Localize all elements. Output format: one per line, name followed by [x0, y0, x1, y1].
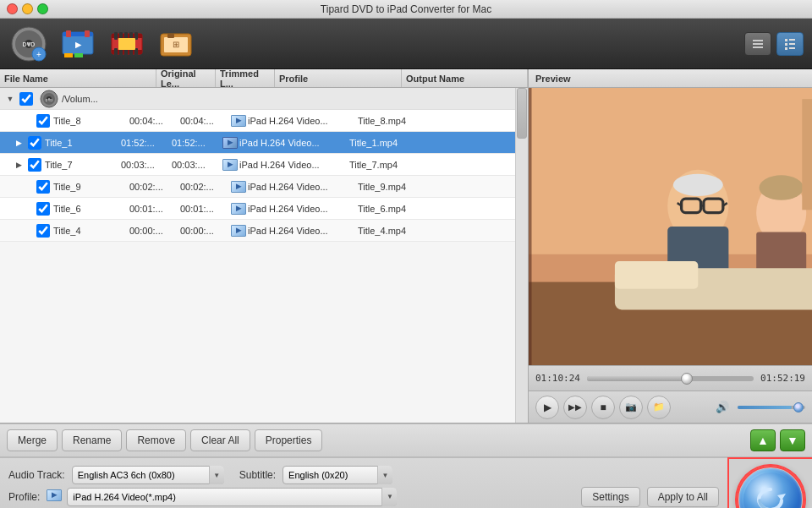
expand-icon-title9 [21, 181, 33, 193]
audio-track-select[interactable]: English AC3 6ch (0x80) [72, 466, 224, 484]
file-row-title8[interactable]: Title_8 00:04:... 00:04:... ▶ iPad H.264… [0, 110, 515, 132]
trim-title9: 00:02:... [180, 182, 231, 192]
file-name-title7: Title_7 [45, 160, 121, 170]
file-row-title9[interactable]: Title_9 00:02:... 00:02:... ▶ iPad H.264… [0, 176, 515, 198]
col-header-orig: Original Le... [156, 69, 216, 87]
toolbar: DVD + ▶ [0, 19, 812, 69]
scrollbar-thumb[interactable] [517, 88, 527, 139]
file-checkbox-title1[interactable] [28, 136, 41, 150]
settings-button[interactable]: Settings [581, 487, 639, 507]
time-current: 01:10:24 [535, 373, 580, 384]
svg-text:DVD: DVD [46, 98, 53, 102]
audio-subtitle-row: Audio Track: English AC3 6ch (0x80) ▼ Su… [8, 466, 719, 484]
trim-title4: 00:00:... [180, 226, 231, 236]
profile-label: Profile: [8, 491, 40, 503]
file-row-title7[interactable]: ▶ Title_7 00:03:... 00:03:... ▶ iPad H.2… [0, 154, 515, 176]
file-checkbox-title6[interactable] [36, 202, 50, 216]
volume-slider[interactable] [738, 406, 805, 409]
subtitle-select[interactable]: English (0x20) [283, 466, 392, 484]
volume-thumb[interactable] [793, 402, 804, 412]
snapshot-button[interactable]: ⊞ [156, 24, 196, 64]
profile-icon-title4: ▶ [231, 225, 248, 237]
properties-button[interactable]: Properties [255, 429, 323, 451]
svg-rect-10 [85, 30, 90, 37]
file-list-rows: ▼ DVD /Volum... [0, 88, 515, 423]
timeline-track[interactable] [587, 376, 754, 381]
orig-title9: 00:02:... [129, 182, 180, 192]
minimize-button[interactable] [22, 3, 33, 14]
bottom-area: Audio Track: English AC3 6ch (0x80) ▼ Su… [0, 457, 812, 508]
profile-select[interactable]: iPad H.264 Video(*.mp4) [67, 488, 397, 506]
profile-row: Profile: ▶ iPad H.264 Video(*.mp4) ▼ Set… [8, 487, 719, 507]
file-checkbox-title8[interactable] [36, 114, 50, 128]
move-up-button[interactable]: ▲ [750, 429, 776, 451]
profile-text-title6: iPad H.264 Video... [248, 204, 358, 214]
apply-to-all-button[interactable]: Apply to All [647, 487, 719, 507]
snapshot-camera-button[interactable]: 📷 [619, 396, 643, 419]
expand-icon-title7[interactable]: ▶ [13, 159, 25, 171]
maximize-button[interactable] [37, 3, 48, 14]
file-row-title4[interactable]: Title_4 00:00:... 00:00:... ▶ iPad H.264… [0, 220, 515, 242]
svg-rect-67 [802, 99, 812, 210]
col-header-output: Output Name [402, 69, 528, 87]
settings-bar: Audio Track: English AC3 6ch (0x80) ▼ Su… [0, 457, 727, 508]
stop-button[interactable]: ■ [591, 396, 615, 419]
svg-rect-49 [529, 88, 532, 365]
open-file-button[interactable]: 📁 [647, 396, 671, 419]
load-dvd-button[interactable]: DVD + [8, 24, 49, 64]
group-checkbox[interactable] [19, 92, 33, 106]
file-checkbox-title9[interactable] [36, 180, 50, 194]
timeline-thumb[interactable] [681, 373, 693, 385]
remove-button[interactable]: Remove [126, 429, 186, 451]
file-checkbox-title7[interactable] [28, 158, 41, 172]
svg-rect-37 [785, 43, 787, 46]
file-list-panel: File Name Original Le... Trimmed L... Pr… [0, 69, 529, 423]
film-button[interactable] [107, 24, 147, 64]
merge-button[interactable]: Merge [7, 429, 58, 451]
move-down-button[interactable]: ▼ [780, 429, 805, 451]
file-list-scrollbar[interactable] [515, 88, 528, 423]
svg-rect-69 [615, 261, 698, 289]
file-name-title6: Title_6 [53, 204, 129, 214]
detail-view-button[interactable] [776, 32, 804, 56]
group-row-dvd[interactable]: ▼ DVD /Volum... [0, 88, 515, 110]
list-view-button[interactable] [744, 32, 771, 56]
svg-rect-27 [118, 38, 135, 50]
dvd-icon: DVD [36, 90, 62, 108]
file-name-title9: Title_9 [53, 182, 129, 192]
svg-rect-34 [753, 46, 763, 48]
profile-icon-title7: ▶ [222, 159, 239, 171]
expand-icon-title6 [21, 203, 33, 215]
preview-video [529, 88, 812, 365]
svg-rect-13 [74, 53, 83, 57]
svg-rect-17 [114, 32, 118, 40]
group-expand-icon[interactable]: ▼ [4, 93, 16, 105]
close-button[interactable] [7, 3, 18, 14]
file-row-title6[interactable]: Title_6 00:01:... 00:01:... ▶ iPad H.264… [0, 198, 515, 220]
orig-title7: 00:03:... [121, 160, 172, 170]
col-header-profile: Profile [275, 69, 402, 87]
settings-area: Audio Track: English AC3 6ch (0x80) ▼ Su… [0, 457, 727, 508]
profile-text-title7: iPad H.264 Video... [239, 160, 349, 170]
svg-point-64 [759, 175, 803, 200]
audio-track-select-wrap: English AC3 6ch (0x80) ▼ [72, 466, 224, 484]
col-header-trim: Trimmed L... [216, 69, 275, 87]
profile-text-title9: iPad H.264 Video... [248, 182, 358, 192]
svg-point-61 [673, 174, 723, 196]
clear-all-button[interactable]: Clear All [190, 429, 250, 451]
play-button[interactable]: ▶ [535, 396, 559, 419]
window-title: Tipard DVD to iPad Converter for Mac [321, 3, 491, 15]
orig-title4: 00:00:... [129, 226, 180, 236]
file-checkbox-title4[interactable] [36, 224, 50, 238]
fast-forward-button[interactable]: ▶▶ [563, 396, 587, 419]
audio-track-label: Audio Track: [8, 469, 65, 481]
expand-icon-title1[interactable]: ▶ [13, 137, 25, 149]
convert-button[interactable] [737, 466, 804, 508]
profile-text-title4: iPad H.264 Video... [248, 226, 358, 236]
video-edit-button[interactable]: ▶ [58, 24, 98, 64]
file-name-title4: Title_4 [53, 226, 129, 236]
rename-button[interactable]: Rename [62, 429, 122, 451]
trim-title7: 00:03:... [172, 160, 222, 170]
profile-text-title8: iPad H.264 Video... [248, 116, 358, 126]
file-row-title1[interactable]: ▶ Title_1 01:52:... 01:52:... ▶ iPad H.2… [0, 132, 515, 154]
